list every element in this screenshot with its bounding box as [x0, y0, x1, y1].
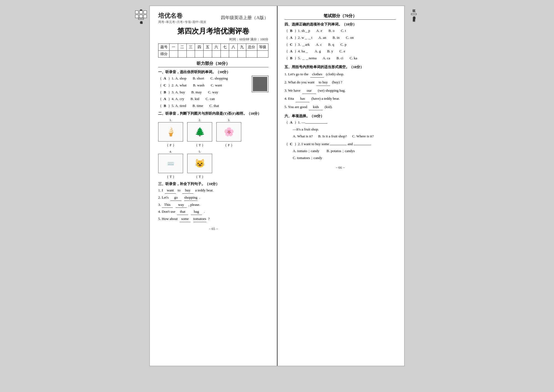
s3-q3-blank1: This [162, 202, 173, 208]
s5-q5-blank: kids [309, 104, 323, 110]
score-header-8: 八 [229, 44, 238, 51]
section3-title: 三、听录音，补全下列句子。（10分） [158, 181, 268, 186]
score-header-4: 四 [195, 44, 204, 51]
s6-q1-choices: A. What is it? B. Is it a fruit shop? C.… [293, 134, 396, 139]
logo-left: 培优名卷 周考+单元考+月考+专项+期中+期末 [158, 12, 206, 24]
score-4[interactable] [195, 51, 204, 58]
score-header-num: 题号 [158, 44, 170, 51]
s4-q1-answer: B [289, 28, 293, 34]
right-spine: 装订线 培优名卷 周考三年·月考三年·期中期末 [405, 6, 421, 366]
score-header-5: 五 [204, 44, 212, 51]
s4-q5: （ B ）5. ＿＿nema A. ca B. ci C. ka [284, 55, 396, 61]
img-label-2: 2. [199, 118, 201, 122]
q1-4: （ A ）4. A. cry B. kid C. can [158, 96, 268, 102]
image-box-5: 😺 [187, 154, 212, 173]
s4-q2-answer: A [289, 35, 293, 41]
image-box-2: 🌲 [187, 122, 212, 142]
s5-q2-blank: to buy [316, 79, 330, 86]
score-header-1: 一 [170, 44, 178, 51]
written-section-title: 笔试部分（70分） [284, 13, 396, 20]
s5-q3-blank: our [302, 87, 316, 94]
score-header-2: 二 [178, 44, 186, 51]
score-header-7: 七 [220, 44, 229, 51]
img-ans-1: （ F ） [165, 143, 176, 148]
s3-q3-blank2: way [176, 202, 187, 208]
time-info: 时间：60分钟 满分：100分 [158, 37, 268, 42]
img-label-4: 4. [170, 150, 172, 153]
s6-q2-choices1: A. tomato；candy B. potatos；candys [293, 148, 396, 154]
img-ans-3: （ F ） [223, 143, 234, 148]
right-spine-brand: 培优名卷 [411, 13, 417, 15]
s4-q4: （ A ）4. ba＿ A. g B. y C. e [284, 48, 396, 54]
s6-q2-blank2 [354, 145, 370, 145]
s3-q3: 3. This way , please. [158, 202, 268, 208]
s6-q2-line1: （ C ）2. I want to buy some and . [284, 141, 396, 147]
q1-3-answer: B [163, 89, 167, 95]
s4-q3: （ C ）3. ＿ark A. c B. q C. p [284, 42, 396, 48]
img-label-1: 1. [170, 118, 172, 122]
s4-q5-answer: B [289, 55, 293, 61]
page-container: 生考姓名 培优名卷 培优名卷 周考+单元考+月考+专项+期中+期末 [133, 6, 421, 366]
score-grade[interactable] [257, 51, 268, 58]
section5-title: 五、用括号内所给单词的适当形式填空。（10分） [284, 65, 396, 70]
right-page: 笔试部分（70分） 四、选择正确的选项补全下列单词。（10分） （ B ）1. … [277, 6, 404, 366]
qr-inner [253, 77, 267, 91]
exam-grade: 四年级英语上册（A版） [221, 15, 268, 21]
left-spine: 生考姓名 培优名卷 [133, 6, 149, 366]
score-header-9: 九 [238, 44, 246, 51]
score-9[interactable] [238, 51, 246, 58]
s3-q4: 4. Don't use that bag . [158, 209, 268, 215]
spine-icons [135, 11, 147, 18]
s5-q3: 3. We have our (we) shopping bag. [284, 87, 396, 94]
score-5[interactable] [204, 51, 212, 58]
s5-q4: 4. Etta has (have) a teddy bear. [284, 95, 396, 102]
s6-q1-answer: A [289, 120, 293, 125]
image-item-4: 4. ⌨️ （ T ） [158, 150, 183, 179]
images-section: 1. 🍦 （ F ） 2. 🌲 （ T ） 3. 🌸 （ F ） [158, 118, 268, 148]
s6-q2-blank1 [330, 145, 347, 145]
score-7[interactable] [220, 51, 229, 58]
score-2[interactable] [178, 51, 186, 58]
score-8[interactable] [229, 51, 238, 58]
right-spine-text: 装订线 [411, 6, 417, 8]
image-box-3: 🌸 [216, 122, 241, 142]
score-6[interactable] [212, 51, 220, 58]
right-page-number: －66－ [284, 165, 396, 170]
s4-q3-answer: C [289, 42, 293, 48]
score-header-total: 总分 [246, 44, 257, 51]
s6-q1-blank [305, 123, 327, 124]
s3-q2: 2. Let's go shopping . [158, 195, 268, 201]
s3-q4-blank2: bag [191, 209, 202, 215]
s4-q2: （ A ）2. w＿＿t A. an B. in C. on [284, 35, 396, 41]
img-ans-2: （ T ） [194, 143, 205, 148]
image-item-3: 3. 🌸 （ F ） [216, 118, 241, 148]
img-ans-5: （ T ） [194, 174, 205, 179]
s4-q4-answer: A [289, 48, 293, 54]
s6-q2-choices2: C. tomatoes；candy [293, 155, 396, 161]
q1-1-answer: A [163, 76, 167, 81]
left-page-number: －65－ [158, 226, 268, 231]
s5-q1: 1. Let's go to the clothes (cloth) shop. [284, 71, 396, 78]
score-table: 题号 一 二 三 四 五 六 七 八 九 总分 等级 得分 [158, 43, 268, 58]
image-item-1: 1. 🍦 （ F ） [158, 118, 183, 148]
image-box-4: ⌨️ [158, 154, 183, 173]
s5-q2: 2. What do you want to buy (buy) ? [284, 79, 396, 86]
image-box-1: 🍦 [158, 122, 183, 142]
s3-q5: 5. How about some tomatoes ? [158, 216, 268, 222]
score-1[interactable] [170, 51, 178, 58]
listening-section-title: 听力部分（30分） [158, 61, 268, 67]
s5-q5: 5. You are good kids (kid). [284, 104, 396, 110]
s3-q1: 1. I want to buy a teddy bear. [158, 188, 268, 194]
score-total[interactable] [246, 51, 257, 58]
score-header-grade: 等级 [257, 44, 268, 51]
s3-q1-blank2: buy [182, 188, 193, 194]
left-page: 培优名卷 周考+单元考+月考+专项+期中+期末 四年级英语上册（A版） 第四次月… [150, 6, 277, 366]
spine-text-1: 生考姓名 [138, 6, 144, 8]
score-3[interactable] [186, 51, 195, 58]
logo-brand: 培优名卷 [158, 12, 183, 20]
s3-q5-blank2: tomatoes [193, 216, 206, 222]
section4-title: 四、选择正确的选项补全下列单词。（10分） [284, 22, 396, 27]
img-ans-4: （ T ） [165, 174, 176, 179]
s3-q1-blank1: want [165, 188, 176, 194]
score-header-3: 三 [186, 44, 195, 51]
